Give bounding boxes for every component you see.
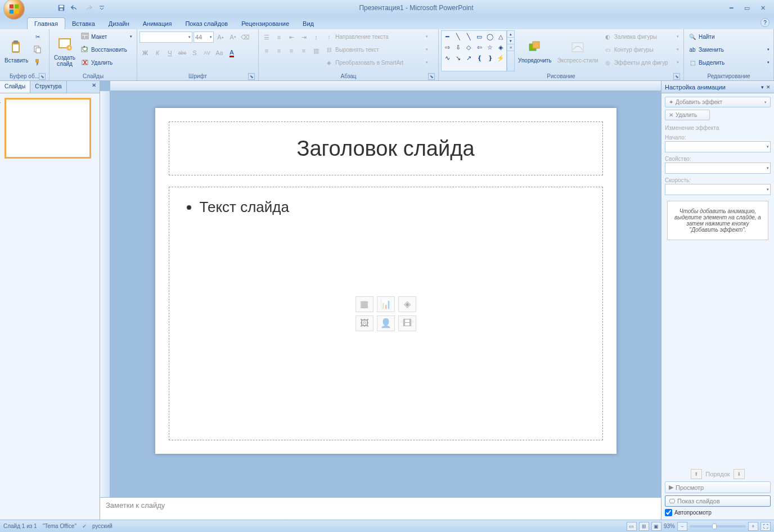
tab-animation[interactable]: Анимация bbox=[136, 18, 179, 29]
title-placeholder[interactable]: Заголовок слайда bbox=[169, 121, 603, 175]
shadow-button[interactable]: S bbox=[189, 47, 200, 58]
decrease-indent-button[interactable]: ⇤ bbox=[286, 31, 297, 43]
shape-tri[interactable]: △ bbox=[496, 31, 506, 42]
tab-insert[interactable]: Вставка bbox=[65, 18, 102, 29]
slideshow-button[interactable]: 🖵Показ слайдов bbox=[665, 495, 771, 507]
increase-indent-button[interactable]: ⇥ bbox=[298, 31, 309, 43]
insert-chart-icon[interactable]: 📊 bbox=[377, 296, 395, 312]
shape-line[interactable]: ━ bbox=[442, 31, 452, 42]
slide-canvas-area[interactable]: Заголовок слайда Текст слайда ▦ 📊 ◈ 🖼 👤 … bbox=[110, 91, 661, 497]
line-spacing-button[interactable]: ↕ bbox=[310, 31, 322, 43]
new-slide-button[interactable]: ✦ Создать слайд bbox=[52, 30, 78, 71]
copy-button[interactable] bbox=[32, 43, 44, 56]
delete-slide-button[interactable]: Удалить bbox=[79, 56, 134, 69]
reset-button[interactable]: Восстановить bbox=[79, 43, 134, 56]
paste-button[interactable]: Вставить bbox=[2, 30, 30, 71]
insert-picture-icon[interactable]: 🖼 bbox=[356, 315, 374, 331]
content-placeholder[interactable]: Текст слайда ▦ 📊 ◈ 🖼 👤 🎞 bbox=[169, 187, 603, 440]
insert-smartart-icon[interactable]: ◈ bbox=[398, 296, 416, 312]
slide-thumbnail-1[interactable] bbox=[4, 98, 91, 159]
shape-effects-button[interactable]: ◎Эффекты для фигур▾ bbox=[602, 56, 681, 69]
tab-view[interactable]: Вид bbox=[296, 18, 321, 29]
tab-outline[interactable]: Структура bbox=[30, 81, 66, 93]
shape-gallery[interactable]: ━ ╲ ╲ ▭ ◯ △ ⇨ ⇩ ◇ ⇦ ☆ ◈ ∿ ↘ ↗ ❴ ❵ bbox=[441, 30, 507, 71]
arrange-button[interactable]: Упорядочить bbox=[516, 30, 554, 71]
qat-customize[interactable] bbox=[96, 2, 108, 14]
align-text-button[interactable]: ⊟Выровнять текст▾ bbox=[323, 43, 430, 56]
minimize-button[interactable]: ━ bbox=[724, 3, 738, 13]
pane-close-button[interactable]: ✕ bbox=[766, 84, 771, 90]
shape-callout[interactable]: ◈ bbox=[496, 42, 506, 52]
remove-effect-button[interactable]: ✕Удалить bbox=[665, 110, 710, 120]
insert-table-icon[interactable]: ▦ bbox=[356, 296, 374, 312]
italic-button[interactable]: К bbox=[152, 47, 163, 58]
gallery-scroll[interactable]: ▴▾≡ bbox=[507, 30, 515, 71]
font-family-combo[interactable]: ▾ bbox=[140, 31, 192, 43]
zoom-in-button[interactable]: + bbox=[748, 522, 758, 531]
numbering-button[interactable]: ≡ bbox=[273, 31, 285, 43]
shrink-font-button[interactable]: A▾ bbox=[227, 31, 238, 43]
property-combo[interactable]: ▾ bbox=[665, 163, 771, 174]
zoom-slider[interactable] bbox=[690, 525, 746, 528]
close-panel-button[interactable]: ✕ bbox=[88, 81, 100, 93]
preview-button[interactable]: ▶Просмотр bbox=[665, 481, 771, 493]
shape-rect[interactable]: ▭ bbox=[474, 31, 484, 42]
clipboard-launcher[interactable]: ⬊ bbox=[39, 73, 46, 80]
tab-slideshow[interactable]: Показ слайдов bbox=[178, 18, 235, 29]
font-size-combo[interactable]: 44▾ bbox=[194, 31, 214, 43]
strike-button[interactable]: abc bbox=[177, 47, 188, 58]
justify-button[interactable]: ≡ bbox=[298, 45, 309, 56]
tab-slides[interactable]: Слайды bbox=[0, 81, 30, 93]
insert-media-icon[interactable]: 🎞 bbox=[398, 315, 416, 331]
autopreview-checkbox[interactable]: Автопросмотр bbox=[665, 509, 771, 516]
save-button[interactable] bbox=[55, 2, 68, 14]
bold-button[interactable]: Ж bbox=[140, 47, 151, 58]
start-combo[interactable]: ▾ bbox=[665, 141, 771, 152]
sorter-view-button[interactable]: ⊞ bbox=[639, 522, 649, 531]
redo-button[interactable] bbox=[82, 2, 94, 14]
quick-styles-button[interactable]: Экспресс-стили bbox=[555, 30, 601, 71]
insert-clipart-icon[interactable]: 👤 bbox=[377, 315, 395, 331]
shape-conn2[interactable]: ↗ bbox=[464, 53, 474, 63]
align-left-button[interactable]: ≡ bbox=[261, 45, 272, 56]
text-direction-button[interactable]: ↕Направление текста▾ bbox=[323, 30, 430, 43]
clear-format-button[interactable]: ⌫ bbox=[240, 31, 251, 43]
find-button[interactable]: 🔍Найти bbox=[686, 30, 771, 43]
draw-launcher[interactable]: ⬊ bbox=[673, 73, 680, 80]
align-center-button[interactable]: ≡ bbox=[273, 45, 285, 56]
notes-pane[interactable]: Заметки к слайду bbox=[100, 497, 661, 520]
align-right-button[interactable]: ≡ bbox=[286, 45, 297, 56]
font-launcher[interactable]: ⬊ bbox=[248, 73, 255, 80]
normal-view-button[interactable]: ▭ bbox=[627, 522, 637, 531]
shape-curve[interactable]: ∿ bbox=[442, 53, 452, 63]
shape-arrow-d[interactable]: ⇩ bbox=[453, 42, 463, 52]
tab-home[interactable]: Главная bbox=[27, 17, 65, 29]
shape-line2[interactable]: ╲ bbox=[453, 31, 463, 42]
move-down-button[interactable]: ⬇ bbox=[734, 469, 745, 479]
slide[interactable]: Заголовок слайда Текст слайда ▦ 📊 ◈ 🖼 👤 … bbox=[155, 108, 616, 454]
move-up-button[interactable]: ⬆ bbox=[691, 469, 702, 479]
format-painter-button[interactable] bbox=[32, 56, 44, 69]
help-button[interactable]: ? bbox=[760, 18, 770, 27]
horizontal-ruler[interactable] bbox=[110, 81, 661, 91]
shape-brace[interactable]: ❴ bbox=[474, 53, 484, 63]
select-button[interactable]: ⬚Выделить▾ bbox=[686, 56, 771, 69]
convert-smartart-button[interactable]: ◈Преобразовать в SmartArt▾ bbox=[323, 56, 430, 69]
close-button[interactable]: ✕ bbox=[756, 3, 770, 13]
shape-oval[interactable]: ◯ bbox=[485, 31, 495, 42]
shape-line3[interactable]: ╲ bbox=[464, 31, 474, 42]
shape-outline-button[interactable]: ▭Контур фигуры▾ bbox=[602, 43, 681, 56]
undo-button[interactable] bbox=[69, 2, 81, 14]
tab-design[interactable]: Дизайн bbox=[102, 18, 136, 29]
shape-diamond[interactable]: ◇ bbox=[464, 42, 474, 52]
columns-button[interactable]: ▥ bbox=[310, 45, 322, 56]
shape-conn1[interactable]: ↘ bbox=[453, 53, 463, 63]
cut-button[interactable]: ✂ bbox=[32, 30, 44, 43]
shape-star[interactable]: ☆ bbox=[485, 42, 495, 52]
bullets-button[interactable]: ☰ bbox=[261, 31, 272, 43]
font-color-button[interactable]: A bbox=[226, 47, 237, 58]
shape-bolt[interactable]: ⚡ bbox=[496, 53, 506, 63]
zoom-value[interactable]: 93% bbox=[664, 523, 675, 529]
spell-icon[interactable]: ✓ bbox=[82, 523, 87, 529]
shape-arrow-r[interactable]: ⇨ bbox=[442, 42, 452, 52]
